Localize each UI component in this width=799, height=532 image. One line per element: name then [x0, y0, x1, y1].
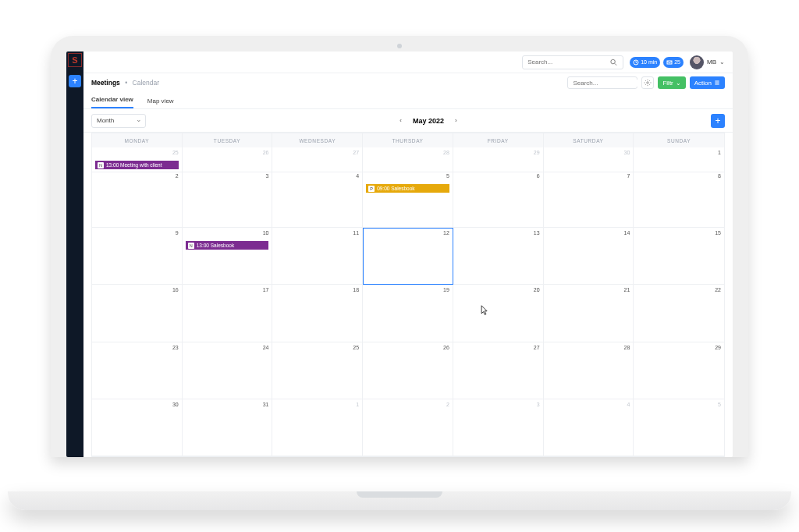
- cell-date: 6: [537, 173, 540, 179]
- global-search[interactable]: [522, 55, 623, 69]
- calendar-cell[interactable]: 30: [92, 399, 183, 456]
- calendar-cell[interactable]: 1: [272, 399, 363, 456]
- clock-icon: [633, 59, 639, 66]
- current-month-label: May 2022: [413, 117, 444, 125]
- day-header: THURSDAY: [363, 133, 453, 147]
- calendar-event[interactable]: N13:00 Salesbook: [186, 241, 269, 250]
- cell-date: 5: [718, 402, 721, 407]
- cell-date: 8: [718, 173, 721, 179]
- cell-date: 21: [623, 287, 630, 293]
- laptop-mockup: S + 10 min 25: [51, 36, 748, 457]
- calendar-cell[interactable]: 1: [634, 147, 724, 172]
- cell-date: 31: [263, 402, 269, 407]
- calendar-cell[interactable]: 25N13:00 Meeting with client: [92, 147, 183, 172]
- cell-date: 30: [623, 150, 630, 155]
- notifications[interactable]: 10 min 25: [630, 57, 684, 68]
- calendar-cell[interactable]: 29: [634, 342, 724, 399]
- calendar-cell[interactable]: 26: [363, 342, 453, 399]
- settings-button[interactable]: [641, 76, 654, 89]
- day-header: SUNDAY: [634, 133, 724, 147]
- calendar-cell[interactable]: 27: [272, 147, 363, 172]
- event-tag: P: [368, 186, 375, 192]
- calendar-cell[interactable]: 7: [544, 171, 634, 228]
- calendar-cell[interactable]: 28: [363, 147, 453, 172]
- tab-map-view[interactable]: Map view: [147, 98, 174, 108]
- svg-line-1: [615, 63, 616, 65]
- global-search-input[interactable]: [527, 59, 609, 66]
- filter-button[interactable]: Filtr ⌄: [658, 76, 685, 89]
- action-button[interactable]: Action: [690, 76, 725, 89]
- calendar-cell[interactable]: 24: [183, 342, 273, 399]
- chevron-down-icon: ⌄: [676, 80, 681, 87]
- action-label: Action: [694, 80, 712, 87]
- calendar-cell[interactable]: 19: [363, 285, 453, 342]
- calendar-cell[interactable]: 28: [544, 342, 634, 399]
- next-month-button[interactable]: ›: [455, 117, 457, 124]
- calendar-cell[interactable]: 20: [453, 285, 544, 342]
- user-initials: MB: [707, 59, 716, 66]
- calendar-cell[interactable]: 31: [183, 399, 273, 456]
- cell-date: 28: [443, 150, 449, 155]
- calendar-event[interactable]: N13:00 Meeting with client: [95, 161, 179, 169]
- tab-calendar-view[interactable]: Calendar view: [91, 96, 133, 108]
- calendar-cell[interactable]: 11: [272, 228, 363, 285]
- calendar-cell[interactable]: 25: [272, 342, 363, 399]
- top-bar: 10 min 25 MB ⌄: [83, 51, 733, 73]
- calendar-cell[interactable]: 18: [272, 285, 363, 342]
- cell-date: 7: [627, 173, 630, 179]
- calendar-cell[interactable]: 27: [453, 342, 544, 399]
- calendar-cell[interactable]: 10N13:00 Salesbook: [183, 228, 273, 285]
- calendar-cell[interactable]: 26: [183, 147, 273, 172]
- calendar-week: 303112345: [92, 399, 724, 456]
- cell-date: 18: [353, 287, 359, 293]
- logo[interactable]: S: [68, 53, 82, 67]
- calendar-cell[interactable]: 21: [544, 285, 634, 342]
- add-event-button[interactable]: +: [711, 114, 725, 128]
- page-search[interactable]: [567, 76, 637, 89]
- notification-time-pill[interactable]: 10 min: [630, 57, 660, 68]
- svg-point-6: [647, 82, 649, 84]
- cell-date: 13: [534, 230, 540, 236]
- calendar-cell[interactable]: 23: [92, 342, 183, 399]
- avatar: [690, 55, 704, 69]
- notification-count-pill[interactable]: 25: [663, 57, 684, 68]
- calendar-cell[interactable]: 4: [272, 171, 363, 228]
- prev-month-button[interactable]: ‹: [400, 117, 402, 124]
- calendar-cell[interactable]: 4: [544, 399, 634, 456]
- calendar-cell[interactable]: 12: [363, 228, 453, 285]
- sub-bar: Meetings • Calendar Filtr ⌄: [83, 73, 733, 92]
- cell-date: 4: [627, 402, 630, 407]
- period-dropdown[interactable]: Month: [91, 114, 146, 128]
- sidebar-add-button[interactable]: +: [69, 75, 81, 87]
- sub-bar-actions: Filtr ⌄ Action: [567, 76, 725, 89]
- calendar-cell[interactable]: 3: [453, 399, 544, 456]
- calendar-cell[interactable]: 16: [92, 285, 183, 342]
- calendar-cell[interactable]: 5: [634, 399, 724, 456]
- calendar-cell[interactable]: 13: [453, 228, 544, 285]
- calendar-cell[interactable]: 9: [92, 228, 183, 285]
- calendar-cell[interactable]: 15: [634, 228, 724, 285]
- calendar-week: 25N13:00 Meeting with client26272829301: [92, 147, 724, 171]
- chevron-down-icon: ⌄: [719, 59, 725, 66]
- calendar-cell[interactable]: 2: [363, 399, 453, 456]
- calendar-event[interactable]: P09:00 Salesbook: [366, 184, 449, 193]
- notification-time-label: 10 min: [641, 59, 657, 65]
- calendar-cell[interactable]: 3: [183, 171, 273, 228]
- cell-date: 26: [443, 345, 449, 350]
- calendar-cell[interactable]: 17: [183, 285, 273, 342]
- calendar-cell[interactable]: 29: [453, 147, 544, 172]
- calendar-cell[interactable]: 8: [634, 171, 724, 228]
- notification-count-label: 25: [674, 59, 680, 65]
- calendar-week: 2345P09:00 Salesbook678: [92, 171, 724, 228]
- cell-date: 1: [356, 402, 359, 407]
- calendar-cell[interactable]: 6: [453, 171, 544, 228]
- user-menu[interactable]: MB ⌄: [690, 55, 725, 69]
- calendar-cell[interactable]: 5P09:00 Salesbook: [363, 171, 453, 228]
- calendar-cell[interactable]: 22: [634, 285, 724, 342]
- day-header: SATURDAY: [544, 133, 634, 147]
- calendar-cell[interactable]: 2: [92, 171, 183, 228]
- calendar-cell[interactable]: 30: [544, 147, 634, 172]
- event-tag: N: [188, 243, 194, 249]
- calendar-cell[interactable]: 14: [544, 228, 634, 285]
- cell-date: 10: [263, 230, 269, 236]
